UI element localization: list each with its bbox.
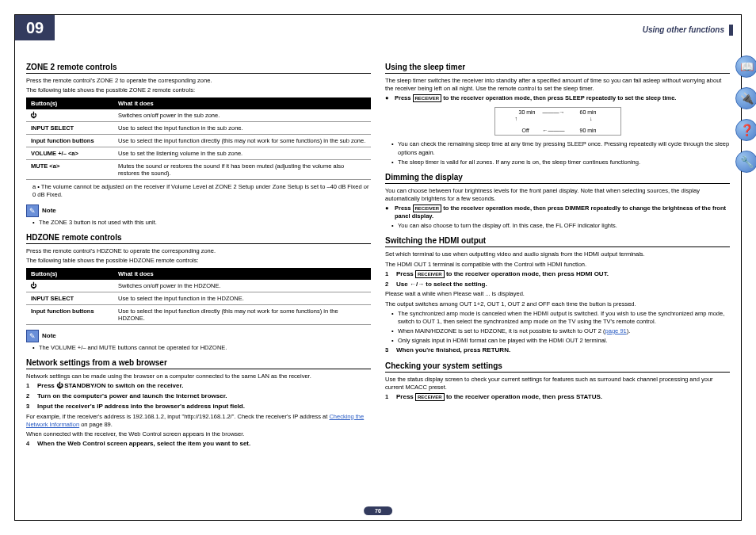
text: The output switches among OUT 1+2, OUT 1… — [385, 300, 730, 308]
cell: ⏻ — [26, 280, 113, 292]
receiver-button: RECEIVER — [413, 94, 442, 102]
page-frame: 09 Using other functions ZONE 2 remote c… — [14, 14, 742, 521]
step-1: 1Press RECEIVER to the receiver operatio… — [385, 270, 730, 279]
text: When connected with the receiver, the We… — [26, 430, 371, 438]
cell: MUTE <a> — [26, 160, 113, 180]
hdzone-table: Button(s)What it does ⏻Switches on/off p… — [26, 268, 371, 325]
note-label: Note — [42, 207, 56, 214]
note-icon: ✎ — [26, 330, 39, 342]
step-2: 2Use ←/→ to select the setting. — [385, 281, 730, 289]
text: Network settings can be made using the b… — [26, 373, 371, 380]
heading-dimming: Dimming the display — [385, 173, 730, 184]
cell: Use to select the input function in the … — [113, 122, 371, 135]
note-text: The ZONE 3 button is not used with this … — [32, 219, 371, 227]
link-page91[interactable]: page 91 — [605, 327, 627, 334]
bullet: You can check the remaining sleep time a… — [391, 140, 730, 156]
zone2-table: Button(s)What it does ⏻Switches on/off p… — [26, 97, 371, 180]
text: Please wait a while when Please wait ...… — [385, 290, 730, 298]
cell: Input function buttons — [26, 304, 113, 324]
note-text: The VOLUME +/– and MUTE buttons cannot b… — [32, 344, 371, 352]
text: The sleep timer switches the receiver in… — [385, 77, 730, 93]
book-icon[interactable]: 📖 — [735, 55, 756, 78]
text: Set which terminal to use when outputtin… — [385, 250, 730, 258]
text: The following table shows the possible H… — [26, 257, 371, 265]
bullet: The synchronized amp mode is canceled wh… — [391, 310, 730, 326]
chapter-number: 09 — [15, 15, 55, 40]
cell: Input function buttons — [26, 135, 113, 147]
step-1: 1Press RECEIVER to the receiver operatio… — [385, 393, 730, 402]
cell: Use to set the listening volume in the s… — [113, 147, 371, 160]
th-what: What it does — [113, 268, 371, 280]
right-column: Using the sleep timer The sleep timer sw… — [385, 56, 730, 501]
heading-network: Network settings from a web browser — [26, 358, 371, 369]
sleep-diagram: 30 min———→60 min ↑↓ Off←———90 min — [494, 107, 621, 136]
cell: INPUT SELECT — [26, 292, 113, 304]
text: You can choose between four brightness l… — [385, 187, 730, 203]
step-2: 2Turn on the computer's power and launch… — [26, 392, 371, 401]
content-columns: ZONE 2 remote controls Press the remote … — [26, 56, 730, 501]
left-column: ZONE 2 remote controls Press the remote … — [26, 56, 371, 501]
bullet: You can also choose to turn the display … — [391, 222, 730, 230]
cell: VOLUME +/– <a> — [26, 147, 113, 160]
bullet: The sleep timer is valid for all zones. … — [391, 159, 730, 166]
side-nav-icons: 📖 🔌 ❓ 🔧 — [735, 55, 756, 173]
heading-zone2-remote: ZONE 2 remote controls — [26, 63, 371, 74]
step-1: 1Press ⏻ STANDBY/ON to switch on the rec… — [26, 382, 371, 391]
cell: Switches on/off power in the sub zone. — [113, 109, 371, 122]
page-number: 70 — [364, 506, 392, 515]
th-buttons: Button(s) — [26, 268, 113, 280]
cell: Switches on/off power in the HDZONE. — [113, 280, 371, 292]
note-box: ✎ Note — [26, 204, 371, 217]
receiver-button: RECEIVER — [413, 204, 442, 212]
cell: Use to select the input function directl… — [113, 304, 371, 324]
note-label: Note — [42, 332, 56, 339]
device-icon[interactable]: 🔌 — [735, 87, 756, 109]
footnote: a • The volume cannot be adjusted on the… — [32, 183, 371, 199]
note-box: ✎ Note — [26, 330, 371, 342]
text: The HDMI OUT 1 terminal is compatible wi… — [385, 261, 730, 269]
heading-hdzone-remote: HDZONE remote controls — [26, 233, 371, 244]
cell: Use to select the input function directl… — [113, 135, 371, 147]
step: Press RECEIVER to the receiver operation… — [385, 204, 730, 220]
th-buttons: Button(s) — [26, 97, 113, 109]
th-what: What it does — [113, 97, 371, 109]
heading-sleep-timer: Using the sleep timer — [385, 63, 730, 74]
cell: ⏻ — [26, 109, 113, 122]
section-header: Using other functions — [643, 25, 733, 36]
text: Press the remote control's ZONE 2 to ope… — [26, 77, 371, 85]
text: The following table shows the possible Z… — [26, 86, 371, 94]
step-4: 4When the Web Control screen appears, se… — [26, 440, 371, 449]
receiver-button: RECEIVER — [415, 393, 445, 401]
help-icon[interactable]: ❓ — [735, 119, 756, 141]
step-3: 3Input the receiver's IP address into th… — [26, 403, 371, 411]
bullet: When MAIN/HDZONE is set to HDZONE, it is… — [391, 327, 730, 335]
text: Use the status display screen to check y… — [385, 376, 730, 392]
cell: Use to select the input function in the … — [113, 292, 371, 304]
step-3: 3When you're finished, press RETURN. — [385, 346, 730, 355]
receiver-button: RECEIVER — [415, 270, 445, 278]
heading-system-settings: Checking your system settings — [385, 361, 730, 373]
tools-icon[interactable]: 🔧 — [735, 151, 756, 173]
step: Press RECEIVER to the receiver operation… — [385, 94, 730, 102]
text: For example, if the receiver's address i… — [26, 413, 371, 429]
cell: INPUT SELECT — [26, 122, 113, 135]
bullet: Only signals input in HDMI format can be… — [391, 337, 730, 345]
note-icon: ✎ — [26, 204, 39, 217]
heading-hdmi-output: Switching the HDMI output — [385, 236, 730, 247]
text: Press the remote control's HDZONE to ope… — [26, 247, 371, 255]
cell: Mutes the sound or restores the sound if… — [113, 160, 371, 180]
